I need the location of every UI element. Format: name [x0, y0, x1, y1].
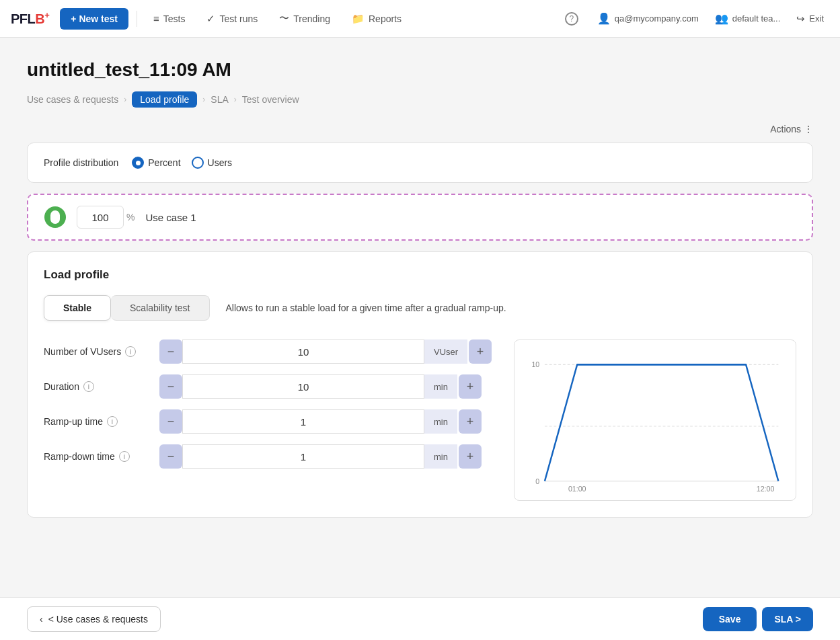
radio-users[interactable]: Users [192, 157, 233, 169]
radio-group: Percent Users [132, 157, 232, 169]
reports-icon: 📁 [352, 13, 365, 25]
duration-increment[interactable]: + [459, 374, 482, 399]
nav-item-tests[interactable]: ≡ Tests [145, 7, 193, 30]
ramp-down-decrement[interactable]: − [159, 444, 182, 469]
chart-section: 10 0 01:00 12:00 [514, 339, 796, 501]
svg-text:01:00: 01:00 [568, 485, 586, 493]
vusers-stepper: − VUser + [159, 339, 492, 364]
duration-decrement[interactable]: − [159, 374, 182, 399]
radio-users-label: Users [208, 157, 233, 168]
svg-text:10: 10 [531, 360, 539, 368]
ramp-up-info-icon[interactable]: i [107, 416, 118, 427]
help-icon: ? [565, 12, 578, 26]
ramp-up-decrement[interactable]: − [159, 409, 182, 434]
user-email: qa@mycompany.com [615, 13, 699, 24]
form-section: Number of VUsers i − VUser + Duration i [44, 339, 498, 479]
nav-user: 👤 qa@mycompany.com [592, 12, 704, 25]
tab-scalability[interactable]: Scalability test [111, 295, 209, 321]
breadcrumb-test-overview[interactable]: Test overview [242, 94, 299, 105]
radio-percent-circle [132, 157, 144, 169]
ramp-up-unit: min [424, 409, 457, 434]
exit-label: Exit [809, 13, 824, 24]
percent-symbol: % [126, 212, 135, 223]
ramp-up-input[interactable] [182, 409, 424, 434]
form-row-vusers: Number of VUsers i − VUser + [44, 339, 498, 364]
nav-item-trending[interactable]: 〜 Trending [271, 7, 338, 30]
page-title: untitled_test_11:09 AM [27, 59, 813, 81]
duration-unit: min [424, 374, 457, 399]
ramp-down-unit: min [424, 444, 457, 469]
profile-dist-row: Profile distribution Percent Users [44, 157, 796, 169]
breadcrumb-sep-3: › [234, 95, 237, 104]
nav-divider [137, 11, 137, 27]
tab-scalability-label: Scalability test [130, 303, 190, 313]
breadcrumb: Use cases & requests › Load profile › SL… [27, 91, 813, 108]
radio-users-circle [192, 157, 204, 169]
vusers-info-icon[interactable]: i [125, 346, 136, 357]
breadcrumb-load-profile[interactable]: Load profile [132, 91, 197, 108]
test-runs-icon: ✓ [206, 13, 215, 25]
team-icon: 👥 [715, 12, 728, 25]
main-content: untitled_test_11:09 AM Use cases & reque… [0, 38, 840, 582]
percent-input-group: % [77, 206, 135, 229]
profile-distribution-card: Profile distribution Percent Users [27, 143, 813, 183]
breadcrumb-sep-2: › [202, 95, 205, 104]
breadcrumb-sla[interactable]: SLA [211, 94, 228, 105]
nav-item-reports[interactable]: 📁 Reports [344, 7, 410, 30]
nav-team: 👥 default tea... [710, 12, 786, 25]
load-profile-card: Load profile Stable Scalability test All… [27, 251, 813, 518]
form-row-ramp-up: Ramp-up time i − min + [44, 409, 498, 434]
duration-label: Duration i [44, 381, 151, 392]
ramp-down-input[interactable] [182, 444, 424, 469]
trending-icon: 〜 [279, 12, 289, 25]
load-chart: 10 0 01:00 12:00 [525, 351, 785, 495]
svg-text:12:00: 12:00 [757, 485, 775, 493]
nav-trending-label: Trending [293, 13, 330, 24]
vusers-decrement[interactable]: − [159, 339, 182, 364]
vusers-unit: VUser [424, 339, 467, 364]
radio-percent-label: Percent [148, 157, 180, 168]
ramp-down-increment[interactable]: + [459, 444, 482, 469]
profile-dist-label: Profile distribution [44, 157, 118, 168]
form-row-duration: Duration i − min + [44, 374, 498, 399]
nav-tests-label: Tests [163, 13, 186, 24]
pill-inner [50, 210, 60, 224]
chart-container: 10 0 01:00 12:00 [514, 339, 796, 501]
tab-row: Stable Scalability test Allows to run a … [44, 295, 796, 321]
use-case-icon [44, 206, 66, 228]
radio-percent[interactable]: Percent [132, 157, 180, 169]
actions-button[interactable]: Actions ⋮ [770, 124, 813, 134]
breadcrumb-use-cases[interactable]: Use cases & requests [27, 94, 118, 105]
nav-exit[interactable]: ↪ Exit [791, 13, 829, 25]
percent-input[interactable] [77, 206, 124, 229]
tab-stable[interactable]: Stable [44, 295, 111, 321]
duration-input[interactable] [182, 374, 424, 399]
vusers-increment[interactable]: + [469, 339, 492, 364]
duration-stepper: − min + [159, 374, 482, 399]
user-icon: 👤 [597, 12, 611, 25]
vusers-input[interactable] [182, 339, 424, 364]
ramp-down-stepper: − min + [159, 444, 482, 469]
nav-item-test-runs[interactable]: ✓ Test runs [198, 7, 266, 30]
nav-item-help[interactable]: ? [557, 7, 586, 31]
vusers-label: Number of VUsers i [44, 346, 151, 357]
ramp-up-increment[interactable]: + [459, 409, 482, 434]
ramp-down-info-icon[interactable]: i [119, 451, 130, 462]
logo: PFLB+ [11, 10, 49, 27]
tests-icon: ≡ [153, 13, 159, 24]
actions-row: Actions ⋮ [27, 124, 813, 134]
ramp-down-label: Ramp-down time i [44, 451, 151, 462]
use-case-card: % Use case 1 [27, 194, 813, 241]
new-test-label: + New test [71, 13, 118, 24]
ramp-up-stepper: − min + [159, 409, 482, 434]
nav-test-runs-label: Test runs [219, 13, 258, 24]
ramp-up-label: Ramp-up time i [44, 416, 151, 427]
svg-text:0: 0 [535, 477, 539, 485]
tab-description: Allows to run a stable load for a given … [226, 303, 506, 313]
new-test-button[interactable]: + New test [60, 8, 128, 30]
team-name: default tea... [732, 13, 781, 24]
duration-info-icon[interactable]: i [83, 381, 94, 392]
tab-stable-label: Stable [63, 303, 91, 313]
actions-label: Actions ⋮ [770, 124, 813, 134]
breadcrumb-sep-1: › [124, 95, 126, 104]
